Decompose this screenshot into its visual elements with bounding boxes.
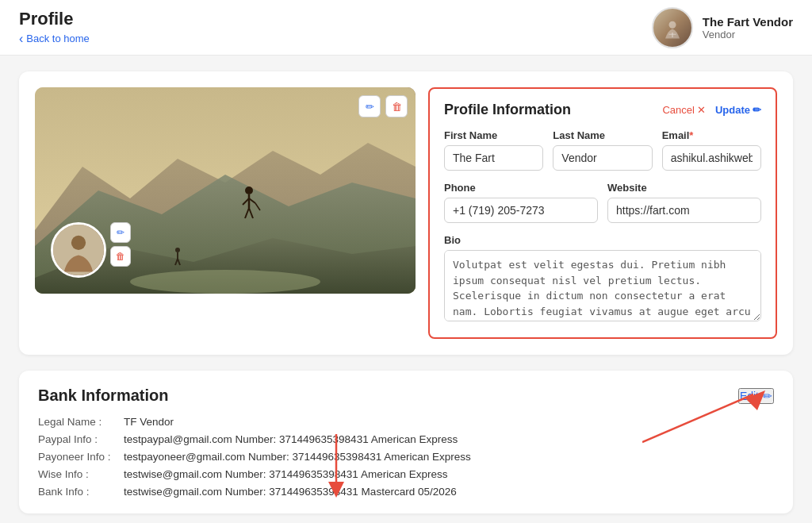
arrow-down-icon xyxy=(320,434,352,498)
bank-card: Bank Information Edit ✏ Legal Name : TF … xyxy=(19,371,793,513)
cover-image: ✏ 🗑 ✏ 🗑 xyxy=(35,87,416,294)
list-item: Wise Info : testwise@gmail.com Number: 3… xyxy=(38,468,774,480)
email-group: Email* xyxy=(662,129,761,171)
phone-group: Phone xyxy=(444,182,598,223)
svg-marker-22 xyxy=(328,482,344,498)
bank-legal-name-value: TF Vendor xyxy=(124,416,174,428)
profile-avatar xyxy=(51,222,106,278)
main-content: ✏ 🗑 ✏ 🗑 xyxy=(0,56,812,523)
bio-input[interactable]: Volutpat est velit egestas dui. Pretium … xyxy=(444,250,761,321)
bank-bank-label: Bank Info : xyxy=(38,486,117,498)
section-header: Profile Information Cancel ✕ Update ✏ xyxy=(444,102,761,118)
edit-avatar-button[interactable]: ✏ xyxy=(110,222,131,243)
arrow-right-icon xyxy=(642,386,769,450)
bank-wise-value: testwise@gmail.com Number: 3714496353984… xyxy=(124,468,447,480)
svg-point-20 xyxy=(71,236,86,250)
email-input[interactable] xyxy=(662,145,761,171)
bio-label: Bio xyxy=(444,234,761,246)
avatar-actions: ✏ 🗑 xyxy=(110,222,131,267)
website-input[interactable] xyxy=(607,198,761,223)
phone-website-row: Phone Website xyxy=(444,182,761,223)
images-section: ✏ 🗑 ✏ 🗑 xyxy=(35,87,416,339)
profile-avatar-wrapper: ✏ 🗑 xyxy=(51,222,106,278)
website-label: Website xyxy=(607,182,761,194)
first-name-group: First Name xyxy=(444,129,543,171)
last-name-label: Last Name xyxy=(553,129,652,141)
svg-point-15 xyxy=(175,248,180,252)
page-title: Profile xyxy=(19,9,90,29)
edit-cover-button[interactable]: ✏ xyxy=(358,95,381,117)
bank-paypal-value: testpaypal@gmail.com Number: 37144963539… xyxy=(124,433,458,445)
header: Profile Back to home The Fart Vendor Ven… xyxy=(0,0,812,56)
user-name: The Fart Vendor xyxy=(703,15,793,29)
bank-paypal-label: Paypal Info : xyxy=(38,433,117,445)
phone-input[interactable] xyxy=(444,198,598,223)
svg-marker-24 xyxy=(745,390,765,410)
first-name-input[interactable] xyxy=(444,145,543,171)
svg-point-0 xyxy=(668,21,676,28)
phone-label: Phone xyxy=(444,182,598,194)
cancel-button[interactable]: Cancel ✕ xyxy=(662,104,705,116)
avatar xyxy=(652,7,693,48)
svg-point-7 xyxy=(130,270,320,294)
bank-wise-label: Wise Info : xyxy=(38,468,117,480)
user-role: Vendor xyxy=(703,29,793,40)
header-left: Profile Back to home xyxy=(19,9,90,45)
first-name-label: First Name xyxy=(444,129,543,141)
update-button[interactable]: Update ✏ xyxy=(715,104,761,116)
bank-payoneer-value: testpayoneer@gmail.com Number: 371449635… xyxy=(124,451,471,463)
bank-bank-value: testwise@gmail.com Number: 3714496353984… xyxy=(124,486,457,498)
email-label: Email* xyxy=(662,129,761,141)
delete-avatar-button[interactable]: 🗑 xyxy=(110,246,131,267)
bio-group: Bio Volutpat est velit egestas dui. Pret… xyxy=(444,234,761,325)
bank-legal-name-label: Legal Name : xyxy=(38,416,117,428)
bank-payoneer-label: Payoneer Info : xyxy=(38,451,117,463)
profile-info-section: Profile Information Cancel ✕ Update ✏ Fi… xyxy=(428,87,777,339)
last-name-group: Last Name xyxy=(553,129,652,171)
last-name-input[interactable] xyxy=(553,145,652,171)
section-title: Profile Information xyxy=(444,102,571,118)
profile-card: ✏ 🗑 ✏ 🗑 xyxy=(19,71,793,355)
list-item: Payoneer Info : testpayoneer@gmail.com N… xyxy=(38,451,774,463)
bio-wrapper: Volutpat est velit egestas dui. Pretium … xyxy=(444,250,761,325)
name-email-row: First Name Last Name Email* xyxy=(444,129,761,171)
svg-point-8 xyxy=(245,187,253,194)
svg-line-23 xyxy=(642,394,753,442)
user-info: The Fart Vendor Vendor xyxy=(703,15,793,40)
delete-cover-button[interactable]: 🗑 xyxy=(385,95,408,117)
cover-actions: ✏ 🗑 xyxy=(358,95,408,117)
website-group: Website xyxy=(607,182,761,223)
back-to-home-link[interactable]: Back to home xyxy=(19,32,90,46)
section-actions: Cancel ✕ Update ✏ xyxy=(662,104,761,116)
header-right: The Fart Vendor Vendor xyxy=(652,7,793,48)
list-item: Bank Info : testwise@gmail.com Number: 3… xyxy=(38,486,774,498)
bank-title: Bank Information xyxy=(38,386,168,405)
